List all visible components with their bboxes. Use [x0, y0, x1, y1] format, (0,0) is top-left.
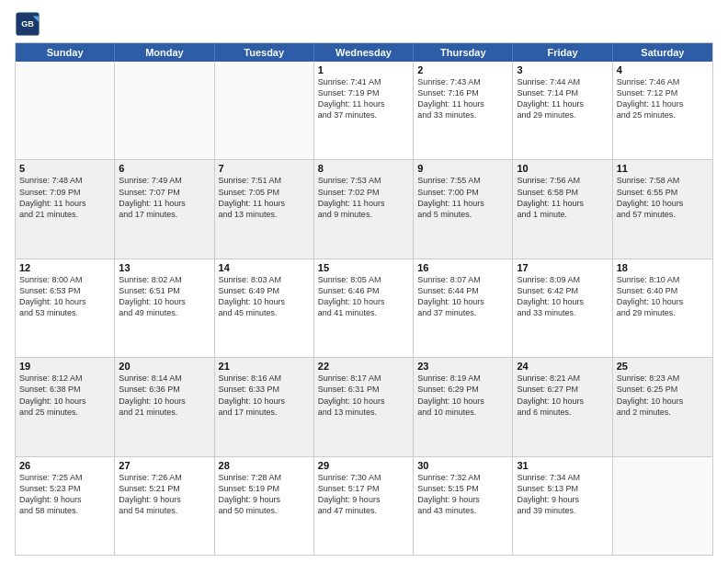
- day-number: 30: [417, 460, 508, 471]
- cal-cell: 14Sunrise: 8:03 AM Sunset: 6:49 PM Dayli…: [215, 259, 314, 357]
- day-number: 23: [417, 361, 508, 372]
- cal-cell: 9Sunrise: 7:55 AM Sunset: 7:00 PM Daylig…: [414, 160, 513, 258]
- week-row-3: 12Sunrise: 8:00 AM Sunset: 6:53 PM Dayli…: [16, 259, 712, 358]
- cell-info: Sunrise: 8:23 AM Sunset: 6:25 PM Dayligh…: [617, 373, 709, 418]
- cal-cell: 13Sunrise: 8:02 AM Sunset: 6:51 PM Dayli…: [115, 259, 214, 357]
- cell-info: Sunrise: 8:14 AM Sunset: 6:36 PM Dayligh…: [119, 373, 210, 418]
- day-number: 27: [119, 460, 210, 471]
- cell-info: Sunrise: 8:05 AM Sunset: 6:46 PM Dayligh…: [318, 274, 409, 319]
- cell-info: Sunrise: 8:19 AM Sunset: 6:29 PM Dayligh…: [417, 373, 508, 418]
- header-cell-saturday: Saturday: [613, 43, 712, 62]
- header-cell-friday: Friday: [513, 43, 612, 62]
- cal-cell: 5Sunrise: 7:48 AM Sunset: 7:09 PM Daylig…: [16, 160, 115, 258]
- cal-cell: 17Sunrise: 8:09 AM Sunset: 6:42 PM Dayli…: [513, 259, 612, 357]
- day-number: 9: [417, 163, 508, 174]
- cell-info: Sunrise: 7:49 AM Sunset: 7:07 PM Dayligh…: [119, 175, 210, 220]
- cal-cell: [215, 62, 314, 159]
- day-number: 28: [219, 460, 310, 471]
- logo-icon: GB: [15, 11, 40, 37]
- cal-cell: 3Sunrise: 7:44 AM Sunset: 7:14 PM Daylig…: [513, 62, 612, 159]
- svg-text:GB: GB: [21, 19, 34, 29]
- cal-cell: [115, 62, 214, 159]
- cal-cell: 20Sunrise: 8:14 AM Sunset: 6:36 PM Dayli…: [115, 358, 214, 455]
- cell-info: Sunrise: 7:58 AM Sunset: 6:55 PM Dayligh…: [617, 175, 709, 220]
- day-number: 13: [119, 262, 210, 273]
- cell-info: Sunrise: 7:28 AM Sunset: 5:19 PM Dayligh…: [219, 472, 310, 517]
- week-row-1: 1Sunrise: 7:41 AM Sunset: 7:19 PM Daylig…: [16, 62, 712, 160]
- day-number: 19: [19, 361, 110, 372]
- day-number: 8: [318, 163, 409, 174]
- week-row-2: 5Sunrise: 7:48 AM Sunset: 7:09 PM Daylig…: [16, 160, 712, 259]
- cal-cell: 25Sunrise: 8:23 AM Sunset: 6:25 PM Dayli…: [613, 358, 712, 455]
- cell-info: Sunrise: 7:30 AM Sunset: 5:17 PM Dayligh…: [318, 472, 409, 517]
- cal-cell: 7Sunrise: 7:51 AM Sunset: 7:05 PM Daylig…: [215, 160, 314, 258]
- cal-cell: [613, 457, 712, 555]
- day-number: 4: [617, 64, 709, 75]
- day-number: 21: [219, 361, 310, 372]
- day-number: 1: [318, 64, 409, 75]
- day-number: 6: [119, 163, 210, 174]
- calendar-header: SundayMondayTuesdayWednesdayThursdayFrid…: [16, 43, 712, 62]
- cal-cell: 11Sunrise: 7:58 AM Sunset: 6:55 PM Dayli…: [613, 160, 712, 258]
- cal-cell: 30Sunrise: 7:32 AM Sunset: 5:15 PM Dayli…: [414, 457, 513, 555]
- day-number: 18: [617, 262, 709, 273]
- cal-cell: 15Sunrise: 8:05 AM Sunset: 6:46 PM Dayli…: [314, 259, 414, 357]
- cal-cell: 16Sunrise: 8:07 AM Sunset: 6:44 PM Dayli…: [414, 259, 513, 357]
- day-number: 24: [517, 361, 608, 372]
- header-cell-thursday: Thursday: [414, 43, 513, 62]
- cal-cell: 10Sunrise: 7:56 AM Sunset: 6:58 PM Dayli…: [513, 160, 612, 258]
- header-cell-sunday: Sunday: [16, 43, 115, 62]
- header-cell-tuesday: Tuesday: [215, 43, 314, 62]
- cal-cell: 24Sunrise: 8:21 AM Sunset: 6:27 PM Dayli…: [513, 358, 612, 455]
- day-number: 31: [517, 460, 608, 471]
- cell-info: Sunrise: 8:02 AM Sunset: 6:51 PM Dayligh…: [119, 274, 210, 319]
- cell-info: Sunrise: 8:12 AM Sunset: 6:38 PM Dayligh…: [19, 373, 110, 418]
- cal-cell: 27Sunrise: 7:26 AM Sunset: 5:21 PM Dayli…: [115, 457, 214, 555]
- cal-cell: 6Sunrise: 7:49 AM Sunset: 7:07 PM Daylig…: [115, 160, 214, 258]
- cal-cell: 31Sunrise: 7:34 AM Sunset: 5:13 PM Dayli…: [513, 457, 612, 555]
- cell-info: Sunrise: 8:09 AM Sunset: 6:42 PM Dayligh…: [517, 274, 608, 319]
- cell-info: Sunrise: 7:48 AM Sunset: 7:09 PM Dayligh…: [19, 175, 110, 220]
- cell-info: Sunrise: 7:55 AM Sunset: 7:00 PM Dayligh…: [417, 175, 508, 220]
- cell-info: Sunrise: 7:34 AM Sunset: 5:13 PM Dayligh…: [517, 472, 608, 517]
- cell-info: Sunrise: 7:44 AM Sunset: 7:14 PM Dayligh…: [517, 76, 608, 121]
- cell-info: Sunrise: 7:46 AM Sunset: 7:12 PM Dayligh…: [617, 76, 709, 121]
- cell-info: Sunrise: 8:03 AM Sunset: 6:49 PM Dayligh…: [219, 274, 310, 319]
- cal-cell: 21Sunrise: 8:16 AM Sunset: 6:33 PM Dayli…: [215, 358, 314, 455]
- day-number: 17: [517, 262, 608, 273]
- day-number: 15: [318, 262, 409, 273]
- logo: GB: [15, 11, 44, 37]
- calendar-body: 1Sunrise: 7:41 AM Sunset: 7:19 PM Daylig…: [16, 62, 712, 555]
- cal-cell: 26Sunrise: 7:25 AM Sunset: 5:23 PM Dayli…: [16, 457, 115, 555]
- day-number: 11: [617, 163, 709, 174]
- cal-cell: 8Sunrise: 7:53 AM Sunset: 7:02 PM Daylig…: [314, 160, 414, 258]
- day-number: 26: [19, 460, 110, 471]
- cell-info: Sunrise: 7:53 AM Sunset: 7:02 PM Dayligh…: [318, 175, 409, 220]
- day-number: 25: [617, 361, 709, 372]
- week-row-5: 26Sunrise: 7:25 AM Sunset: 5:23 PM Dayli…: [16, 457, 712, 555]
- cell-info: Sunrise: 8:00 AM Sunset: 6:53 PM Dayligh…: [19, 274, 110, 319]
- cell-info: Sunrise: 7:41 AM Sunset: 7:19 PM Dayligh…: [318, 76, 409, 121]
- day-number: 16: [417, 262, 508, 273]
- cell-info: Sunrise: 8:21 AM Sunset: 6:27 PM Dayligh…: [517, 373, 608, 418]
- day-number: 29: [318, 460, 409, 471]
- cell-info: Sunrise: 7:26 AM Sunset: 5:21 PM Dayligh…: [119, 472, 210, 517]
- cell-info: Sunrise: 7:32 AM Sunset: 5:15 PM Dayligh…: [417, 472, 508, 517]
- cell-info: Sunrise: 8:16 AM Sunset: 6:33 PM Dayligh…: [219, 373, 310, 418]
- cal-cell: 2Sunrise: 7:43 AM Sunset: 7:16 PM Daylig…: [414, 62, 513, 159]
- cal-cell: 29Sunrise: 7:30 AM Sunset: 5:17 PM Dayli…: [314, 457, 414, 555]
- cell-info: Sunrise: 7:43 AM Sunset: 7:16 PM Dayligh…: [417, 76, 508, 121]
- header: GB: [15, 11, 713, 37]
- cal-cell: 12Sunrise: 8:00 AM Sunset: 6:53 PM Dayli…: [16, 259, 115, 357]
- cal-cell: 18Sunrise: 8:10 AM Sunset: 6:40 PM Dayli…: [613, 259, 712, 357]
- header-cell-wednesday: Wednesday: [314, 43, 414, 62]
- day-number: 3: [517, 64, 608, 75]
- cell-info: Sunrise: 7:51 AM Sunset: 7:05 PM Dayligh…: [219, 175, 310, 220]
- page: GB SundayMondayTuesdayWednesdayThursdayF…: [0, 0, 728, 563]
- day-number: 14: [219, 262, 310, 273]
- header-cell-monday: Monday: [115, 43, 214, 62]
- cal-cell: 22Sunrise: 8:17 AM Sunset: 6:31 PM Dayli…: [314, 358, 414, 455]
- day-number: 7: [219, 163, 310, 174]
- day-number: 5: [19, 163, 110, 174]
- day-number: 2: [417, 64, 508, 75]
